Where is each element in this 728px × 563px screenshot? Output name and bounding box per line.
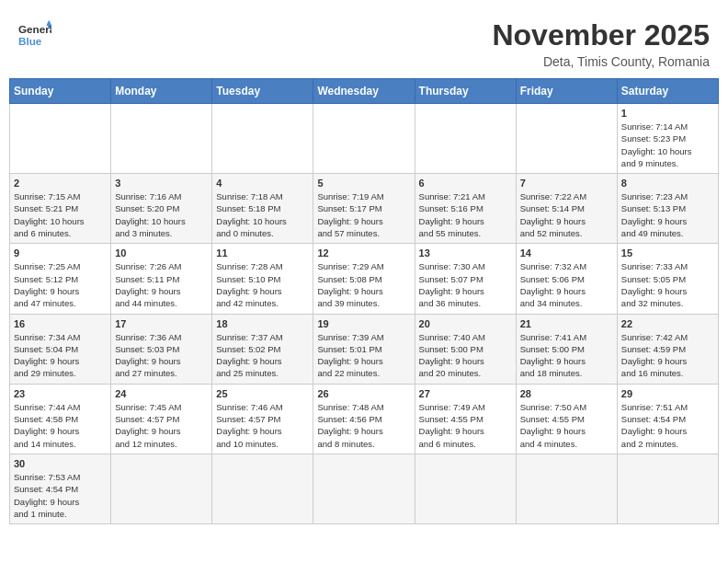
weekday-header-thursday: Thursday — [415, 79, 516, 104]
calendar-cell — [313, 454, 415, 523]
calendar-cell — [617, 454, 718, 523]
weekday-header-row: SundayMondayTuesdayWednesdayThursdayFrid… — [10, 79, 719, 104]
weekday-header-tuesday: Tuesday — [212, 79, 313, 104]
day-info: Sunrise: 7:36 AMSunset: 5:03 PMDaylight:… — [115, 331, 208, 380]
calendar-cell: 29Sunrise: 7:51 AMSunset: 4:54 PMDayligh… — [617, 384, 718, 454]
calendar-cell: 5Sunrise: 7:19 AMSunset: 5:17 PMDaylight… — [313, 174, 415, 244]
calendar-cell: 26Sunrise: 7:48 AMSunset: 4:56 PMDayligh… — [313, 384, 415, 454]
day-info: Sunrise: 7:51 AMSunset: 4:54 PMDaylight:… — [621, 401, 714, 450]
page-header: General Blue November 2025 Deta, Timis C… — [9, 9, 719, 74]
day-info: Sunrise: 7:42 AMSunset: 4:59 PMDaylight:… — [621, 331, 714, 380]
calendar-cell: 13Sunrise: 7:30 AMSunset: 5:07 PMDayligh… — [415, 244, 516, 314]
day-number: 22 — [621, 318, 714, 329]
calendar-cell — [516, 454, 617, 523]
day-number: 17 — [115, 318, 208, 329]
day-number: 18 — [216, 318, 309, 329]
calendar-cell: 28Sunrise: 7:50 AMSunset: 4:55 PMDayligh… — [516, 384, 617, 454]
calendar-cell: 9Sunrise: 7:25 AMSunset: 5:12 PMDaylight… — [10, 244, 111, 314]
day-info: Sunrise: 7:40 AMSunset: 5:00 PMDaylight:… — [419, 331, 512, 380]
calendar-week-row: 1Sunrise: 7:14 AMSunset: 5:23 PMDaylight… — [10, 104, 719, 174]
logo: General Blue — [18, 18, 51, 52]
day-number: 9 — [14, 247, 107, 259]
day-number: 8 — [621, 178, 714, 189]
day-info: Sunrise: 7:16 AMSunset: 5:20 PMDaylight:… — [115, 190, 208, 239]
day-number: 16 — [14, 318, 107, 329]
day-number: 11 — [216, 247, 309, 259]
day-info: Sunrise: 7:49 AMSunset: 4:55 PMDaylight:… — [419, 401, 512, 450]
day-number: 5 — [317, 178, 410, 189]
calendar-cell — [10, 104, 111, 174]
day-info: Sunrise: 7:34 AMSunset: 5:04 PMDaylight:… — [14, 331, 107, 380]
day-number: 1 — [621, 108, 714, 119]
day-info: Sunrise: 7:29 AMSunset: 5:08 PMDaylight:… — [317, 260, 410, 309]
day-info: Sunrise: 7:33 AMSunset: 5:05 PMDaylight:… — [621, 260, 714, 309]
logo-icon: General Blue — [18, 18, 51, 52]
calendar-cell: 15Sunrise: 7:33 AMSunset: 5:05 PMDayligh… — [617, 244, 718, 314]
calendar-cell — [415, 104, 516, 174]
day-info: Sunrise: 7:53 AMSunset: 4:54 PMDaylight:… — [14, 471, 107, 520]
weekday-header-friday: Friday — [516, 79, 617, 104]
calendar-cell: 18Sunrise: 7:37 AMSunset: 5:02 PMDayligh… — [212, 314, 313, 384]
calendar-cell: 11Sunrise: 7:28 AMSunset: 5:10 PMDayligh… — [212, 244, 313, 314]
day-info: Sunrise: 7:23 AMSunset: 5:13 PMDaylight:… — [621, 190, 714, 239]
calendar-cell: 19Sunrise: 7:39 AMSunset: 5:01 PMDayligh… — [313, 314, 415, 384]
day-number: 10 — [115, 247, 208, 259]
calendar-cell — [212, 454, 313, 523]
calendar-cell — [111, 104, 212, 174]
calendar-cell: 7Sunrise: 7:22 AMSunset: 5:14 PMDaylight… — [516, 174, 617, 244]
calendar-cell: 27Sunrise: 7:49 AMSunset: 4:55 PMDayligh… — [415, 384, 516, 454]
calendar-cell: 6Sunrise: 7:21 AMSunset: 5:16 PMDaylight… — [415, 174, 516, 244]
calendar-cell: 21Sunrise: 7:41 AMSunset: 5:00 PMDayligh… — [516, 314, 617, 384]
day-number: 20 — [419, 318, 512, 329]
day-number: 4 — [216, 178, 309, 189]
day-info: Sunrise: 7:30 AMSunset: 5:07 PMDaylight:… — [419, 260, 512, 309]
calendar-cell: 12Sunrise: 7:29 AMSunset: 5:08 PMDayligh… — [313, 244, 415, 314]
day-number: 24 — [115, 388, 208, 399]
day-number: 15 — [621, 247, 714, 259]
day-info: Sunrise: 7:19 AMSunset: 5:17 PMDaylight:… — [317, 190, 410, 239]
calendar-week-row: 2Sunrise: 7:15 AMSunset: 5:21 PMDaylight… — [10, 174, 719, 244]
calendar-cell: 30Sunrise: 7:53 AMSunset: 4:54 PMDayligh… — [10, 454, 111, 523]
calendar-cell — [111, 454, 212, 523]
calendar-cell: 22Sunrise: 7:42 AMSunset: 4:59 PMDayligh… — [617, 314, 718, 384]
title-area: November 2025 Deta, Timis County, Romani… — [492, 18, 710, 69]
calendar-table: SundayMondayTuesdayWednesdayThursdayFrid… — [9, 78, 719, 524]
weekday-header-monday: Monday — [111, 79, 212, 104]
weekday-header-sunday: Sunday — [10, 79, 111, 104]
day-number: 6 — [419, 178, 512, 189]
calendar-cell — [313, 104, 415, 174]
day-info: Sunrise: 7:46 AMSunset: 4:57 PMDaylight:… — [216, 401, 309, 450]
svg-text:Blue: Blue — [18, 35, 42, 47]
day-number: 3 — [115, 178, 208, 189]
day-info: Sunrise: 7:39 AMSunset: 5:01 PMDaylight:… — [317, 331, 410, 380]
day-info: Sunrise: 7:41 AMSunset: 5:00 PMDaylight:… — [520, 331, 613, 380]
calendar-cell: 2Sunrise: 7:15 AMSunset: 5:21 PMDaylight… — [10, 174, 111, 244]
day-info: Sunrise: 7:25 AMSunset: 5:12 PMDaylight:… — [14, 260, 107, 309]
day-info: Sunrise: 7:21 AMSunset: 5:16 PMDaylight:… — [419, 190, 512, 239]
calendar-cell: 24Sunrise: 7:45 AMSunset: 4:57 PMDayligh… — [111, 384, 212, 454]
weekday-header-wednesday: Wednesday — [313, 79, 415, 104]
day-number: 13 — [419, 247, 512, 259]
month-title: November 2025 — [492, 18, 710, 52]
day-number: 29 — [621, 388, 714, 399]
calendar-cell: 8Sunrise: 7:23 AMSunset: 5:13 PMDaylight… — [617, 174, 718, 244]
day-number: 2 — [14, 178, 107, 189]
day-number: 14 — [520, 247, 613, 259]
day-info: Sunrise: 7:14 AMSunset: 5:23 PMDaylight:… — [621, 121, 714, 169]
calendar-cell: 3Sunrise: 7:16 AMSunset: 5:20 PMDaylight… — [111, 174, 212, 244]
calendar-week-row: 9Sunrise: 7:25 AMSunset: 5:12 PMDaylight… — [10, 244, 719, 314]
day-info: Sunrise: 7:37 AMSunset: 5:02 PMDaylight:… — [216, 331, 309, 380]
day-info: Sunrise: 7:44 AMSunset: 4:58 PMDaylight:… — [14, 401, 107, 450]
day-info: Sunrise: 7:28 AMSunset: 5:10 PMDaylight:… — [216, 260, 309, 309]
calendar-cell: 10Sunrise: 7:26 AMSunset: 5:11 PMDayligh… — [111, 244, 212, 314]
day-number: 21 — [520, 318, 613, 329]
day-number: 19 — [317, 318, 410, 329]
day-number: 23 — [14, 388, 107, 399]
calendar-cell: 1Sunrise: 7:14 AMSunset: 5:23 PMDaylight… — [617, 104, 718, 174]
calendar-cell: 25Sunrise: 7:46 AMSunset: 4:57 PMDayligh… — [212, 384, 313, 454]
day-number: 28 — [520, 388, 613, 399]
day-number: 12 — [317, 247, 410, 259]
calendar-cell — [212, 104, 313, 174]
day-number: 7 — [520, 178, 613, 189]
day-number: 27 — [419, 388, 512, 399]
